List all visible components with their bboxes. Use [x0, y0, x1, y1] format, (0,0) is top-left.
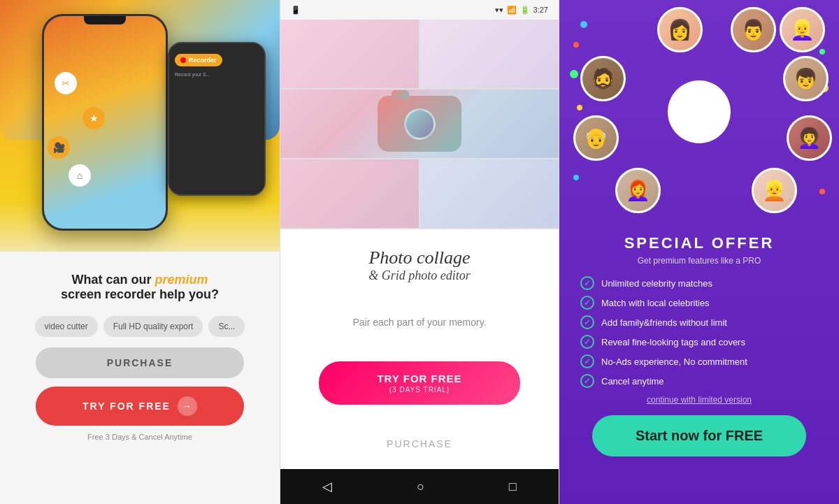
center-circle: [668, 80, 731, 143]
collage-cell-5: [420, 159, 559, 228]
phone-screen: ✂ ★ 🎥 ⌂: [44, 16, 166, 229]
check-icon-6: ✓: [580, 374, 594, 388]
nav-recents-icon[interactable]: □: [509, 480, 517, 494]
features-list: ✓ Unlimited celebrity matches ✓ Match wi…: [580, 276, 818, 388]
phone-notch: [84, 16, 126, 24]
special-offer-title: SPECIAL OFFER: [580, 234, 818, 252]
camera-shape: [378, 96, 461, 152]
feature-video-cutter: video cutter: [35, 316, 98, 337]
face-3: 👱‍♀️: [780, 7, 825, 52]
nav-home-icon[interactable]: ○: [417, 480, 424, 494]
face-7: 👩‍🦱: [787, 115, 832, 161]
recorder-label: Recorder: [189, 57, 217, 64]
status-time: 3:27: [533, 6, 548, 14]
collage-cell-4: [280, 159, 419, 228]
try-free-pink-label: TRY FOR FREE: [377, 373, 461, 384]
check-icon-5: ✓: [580, 354, 594, 368]
wifi-icon: ▾▾: [495, 6, 503, 15]
feature-item-5: ✓ No-Ads experience, No commitment: [580, 354, 818, 368]
star-button[interactable]: ★: [83, 107, 105, 129]
face-1: 👩: [657, 7, 703, 52]
try-free-button[interactable]: TRY FOR FREE →: [36, 387, 244, 426]
feature-item-2: ✓ Match with local celebrities: [580, 296, 818, 310]
phone-secondary: Recorder Record your S...: [168, 42, 266, 196]
check-icon-1: ✓: [580, 276, 594, 290]
camera-top: [392, 90, 409, 99]
panel2-title-area: Photo collage & Grid photo editor: [368, 247, 471, 283]
collage-cell-2: [420, 20, 559, 88]
special-offer-sub: Get premium features like a PRO: [580, 256, 818, 266]
signal-icon: 📶: [507, 6, 517, 15]
purchase-gray-button[interactable]: PURCHASE: [381, 433, 458, 455]
features-row: video cutter Full HD quality export Sc..…: [35, 316, 245, 337]
arrow-icon: →: [178, 396, 197, 416]
collage-grid: [280, 20, 559, 229]
feature-text-3: Add family&friends without limit: [601, 317, 727, 328]
face-6: 👴: [573, 115, 619, 161]
battery-icon: 🔋: [520, 6, 530, 15]
limited-version-link[interactable]: continue with limited version: [580, 395, 818, 405]
feature-item-6: ✓ Cancel anytime: [580, 374, 818, 388]
status-icons: ▾▾ 📶 🔋 3:27: [495, 6, 548, 15]
face-8: 👩‍🦰: [615, 168, 661, 213]
panel2-content: Photo collage & Grid photo editor Pair e…: [280, 229, 559, 469]
panel-screen-recorder: ✂ ★ 🎥 ⌂ Recorder Record your S... What c…: [0, 0, 280, 504]
try-free-label: TRY FOR FREE: [83, 401, 171, 412]
feature-item-4: ✓ Reveal fine-looking tags and covers: [580, 335, 818, 349]
face-circle-area: 👩 👨 👱‍♀️ 🧔 👦 👴 👩‍🦱 👩‍🦰 👱: [559, 0, 839, 224]
panel2-description: Pair each part of your memory.: [352, 317, 486, 328]
panel2-title-line1: Photo collage: [368, 247, 471, 268]
status-left: 📱: [291, 6, 301, 15]
feature-more: Sc...: [208, 316, 245, 337]
collage-cell-1: [280, 20, 419, 88]
feature-text-2: Match with local celebrities: [601, 298, 710, 308]
face-9: 👱: [752, 168, 797, 213]
record-dot: [180, 57, 186, 63]
phone-secondary-screen: Recorder Record your S...: [169, 43, 264, 194]
status-bar: 📱 ▾▾ 📶 🔋 3:27: [280, 0, 559, 20]
face-2: 👨: [731, 7, 776, 52]
home-button[interactable]: ⌂: [69, 164, 91, 187]
nav-bar: ◁ ○ □: [280, 469, 559, 504]
feature-item-3: ✓ Add family&friends without limit: [580, 315, 818, 329]
purchase-button[interactable]: PURCHASE: [36, 347, 244, 378]
feature-text-4: Reveal fine-looking tags and covers: [601, 337, 745, 347]
collage-cell-camera: [280, 89, 559, 158]
feature-hd-export: Full HD quality export: [103, 316, 203, 337]
check-icon-2: ✓: [580, 296, 594, 310]
phone-main: ✂ ★ 🎥 ⌂: [42, 14, 168, 231]
panel1-content: What can our premium screen recorder hel…: [0, 252, 280, 504]
panel-special-offer: 👩 👨 👱‍♀️ 🧔 👦 👴 👩‍🦱 👩‍🦰 👱 SPECIAL OFFER G…: [559, 0, 839, 504]
panel2-title-line2: & Grid photo editor: [368, 268, 471, 283]
feature-text-1: Unlimited celebrity matches: [601, 278, 712, 289]
feature-text-6: Cancel anytime: [601, 376, 664, 387]
panel-photo-collage: 📱 ▾▾ 📶 🔋 3:27 Photo collage & Grid photo…: [280, 0, 559, 504]
face-4: 🧔: [580, 56, 626, 101]
recorder-subtext: Record your S...: [175, 72, 259, 77]
start-free-button[interactable]: Start now for FREE: [592, 415, 806, 456]
panel3-content: SPECIAL OFFER Get premium features like …: [559, 224, 839, 467]
free-note: Free 3 Days & Cancel Anytime: [87, 433, 192, 441]
feature-text-5: No-Ads experience, No commitment: [601, 357, 747, 367]
recorder-badge: Recorder: [175, 54, 222, 66]
feature-item-1: ✓ Unlimited celebrity matches: [580, 276, 818, 290]
panel1-title: What can our premium screen recorder hel…: [61, 273, 219, 302]
face-5: 👦: [783, 56, 829, 101]
title-text-part1: What can our: [71, 273, 155, 287]
check-icon-4: ✓: [580, 335, 594, 349]
try-free-sub-label: (3 DAYS TRIAL): [389, 386, 450, 394]
nav-back-icon[interactable]: ◁: [322, 479, 332, 494]
check-icon-3: ✓: [580, 315, 594, 329]
try-free-pink-button[interactable]: TRY FOR FREE (3 DAYS TRIAL): [319, 361, 519, 405]
scissors-button[interactable]: ✂: [55, 72, 77, 94]
phone-mockup-area: ✂ ★ 🎥 ⌂ Recorder Record your S...: [0, 0, 280, 252]
camera-lens: [404, 108, 436, 140]
title-premium: premium: [155, 273, 208, 287]
video-button[interactable]: 🎥: [48, 136, 70, 159]
